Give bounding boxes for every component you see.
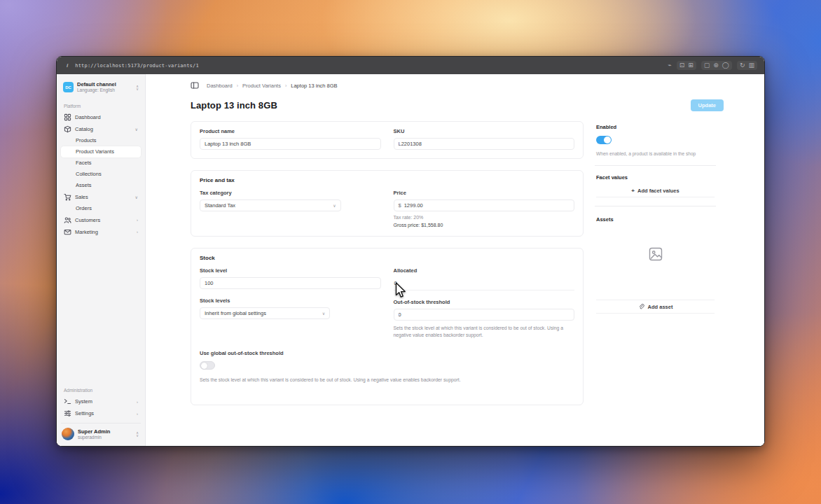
currency-prefix: $ (399, 202, 401, 209)
divider (595, 165, 716, 166)
tax-rate-note: Tax rate: 20% (394, 215, 575, 220)
sidebar-item-label: Catalog (75, 126, 93, 132)
chevron-right-icon: › (137, 218, 138, 222)
sidebar-item-label: Settings (75, 410, 94, 416)
page-content: Laptop 13 inch 8GB Update Product name (146, 92, 764, 446)
channel-badge: DC (63, 82, 74, 92)
mouse-cursor (393, 281, 408, 300)
sidebar-item-sales[interactable]: Sales ∨ (61, 191, 141, 203)
add-facet-values-button[interactable]: + Add facet values (596, 185, 715, 197)
sidebar-item-label: Customers (75, 217, 100, 223)
cart-icon (64, 193, 71, 201)
sync-icon[interactable]: ↻ (740, 62, 745, 69)
product-name-input[interactable] (200, 138, 381, 150)
sidebar-item-facets[interactable]: Facets (61, 158, 141, 169)
sku-label: SKU (394, 128, 575, 134)
extensions-icon[interactable]: ⊛ (713, 62, 719, 69)
breadcrumb-bar: Dashboard › Product Variants › Laptop 13… (146, 74, 764, 92)
breadcrumb: Dashboard › Product Variants › Laptop 13… (207, 83, 338, 89)
sidebar-item-label: System (75, 398, 92, 405)
admin-app: DC Default channel Language: English ∧∨ … (57, 74, 764, 446)
sidebar-item-orders[interactable]: Orders (61, 203, 141, 214)
enabled-section: Enabled When enabled, a product is avail… (595, 121, 716, 164)
profile-icon[interactable]: ⊡ (679, 62, 685, 69)
stock-heading: Stock (200, 255, 574, 261)
sliders-icon (64, 410, 71, 417)
asset-placeholder (596, 227, 715, 281)
stock-card: Stock Stock level Stock levels In (191, 248, 584, 405)
breadcrumb-item-dashboard[interactable]: Dashboard (207, 83, 233, 89)
stock-level-input[interactable] (200, 277, 381, 289)
view-icon-group: ↻▥ (737, 61, 757, 70)
price-input[interactable]: $ 1299.00 (394, 200, 575, 211)
admin-section-label: Administration (61, 384, 141, 396)
page-title: Laptop 13 inch 8GB (191, 100, 277, 111)
facet-values-section: Facet values + Add facet values (595, 167, 716, 204)
add-asset-button[interactable]: Add asset (596, 300, 715, 314)
breadcrumb-separator: › (285, 83, 287, 88)
breadcrumb-item-current: Laptop 13 inch 8GB (291, 83, 337, 89)
account-icon[interactable]: ◯ (722, 62, 729, 69)
chevron-down-icon: ∨ (322, 311, 325, 316)
gross-price-note: Gross price: $1,558.80 (394, 223, 575, 227)
threshold-label: Out-of-stock threshold (394, 299, 575, 305)
sidebar-item-settings[interactable]: Settings › (61, 407, 141, 419)
sidebar-item-system[interactable]: System › (61, 396, 141, 407)
enabled-toggle[interactable] (596, 136, 612, 144)
stock-levels-select[interactable]: Inherit from global settings ∨ (200, 307, 330, 319)
user-menu[interactable]: Super Admin superadmin ∧∨ (61, 423, 141, 442)
sidebar-toggle-icon[interactable] (191, 81, 199, 90)
breadcrumb-separator: › (237, 83, 238, 88)
allocated-label: Allocated (394, 267, 575, 274)
global-threshold-help: Sets the stock level at which this varia… (200, 377, 536, 384)
link-icon[interactable]: ⌁ (668, 62, 671, 69)
sidebar-item-assets[interactable]: Assets (61, 180, 141, 191)
sidebar-item-label: Sales (75, 194, 88, 200)
desktop-wallpaper: i http://localhost:5173/product-variants… (0, 0, 821, 504)
sidebar-item-collections[interactable]: Collections (61, 169, 141, 180)
dashboard-icon (64, 113, 71, 121)
chevron-up-down-icon: ∧∨ (136, 85, 139, 90)
threshold-help: Sets the stock level at which this varia… (394, 325, 575, 339)
chevron-right-icon: › (137, 230, 138, 234)
breadcrumb-item-product-variants[interactable]: Product Variants (242, 83, 281, 89)
enabled-heading: Enabled (596, 124, 715, 130)
global-threshold-label: Use global out-of-stock threshold (200, 350, 536, 356)
channel-name: Default channel (77, 81, 116, 88)
name-sku-card: Product name SKU (191, 121, 584, 159)
enabled-help: When enabled, a product is available in … (596, 150, 715, 157)
capture-icon-group: ⊡⊞ (677, 61, 696, 70)
sidebar: DC Default channel Language: English ∧∨ … (57, 74, 146, 446)
chevron-down-icon: ∨ (135, 195, 138, 200)
sidebar-item-product-variants[interactable]: Product Variants (61, 146, 141, 158)
sidebar-item-marketing[interactable]: Marketing › (61, 226, 141, 238)
update-button[interactable]: Update (691, 99, 724, 111)
channel-selector[interactable]: DC Default channel Language: English ∧∨ (61, 79, 141, 100)
sidebar-item-products[interactable]: Products (61, 135, 141, 146)
threshold-input[interactable] (394, 309, 575, 321)
platform-section-label: Platform (61, 100, 141, 111)
sidebar-item-customers[interactable]: Customers › (61, 214, 141, 226)
split-view-icon[interactable]: ▥ (748, 62, 754, 69)
url-bar[interactable]: http://localhost:5173/product-variants/1 (75, 63, 199, 69)
camera-icon[interactable]: ⊞ (688, 62, 694, 69)
chevron-down-icon: ∨ (135, 127, 138, 132)
sku-input[interactable] (394, 138, 575, 150)
chevron-up-down-icon: ∧∨ (136, 431, 139, 437)
browser-titlebar: i http://localhost:5173/product-variants… (57, 57, 764, 74)
main-area: Dashboard › Product Variants › Laptop 13… (146, 74, 764, 446)
mail-icon (64, 228, 71, 236)
tax-category-select[interactable]: Standard Tax ∨ (200, 200, 341, 211)
browser-window: i http://localhost:5173/product-variants… (56, 56, 765, 447)
window-icon[interactable]: ▢ (704, 62, 710, 69)
global-threshold-toggle[interactable] (200, 361, 215, 370)
sidebar-item-catalog[interactable]: Catalog ∨ (61, 123, 141, 135)
product-name-label: Product name (200, 128, 381, 134)
avatar (62, 428, 74, 440)
terminal-icon (64, 398, 71, 405)
price-tax-heading: Price and tax (200, 177, 574, 183)
sidebar-item-dashboard[interactable]: Dashboard (61, 111, 141, 123)
user-name: Super Admin (78, 428, 110, 435)
sidebar-item-label: Dashboard (75, 114, 101, 120)
browser-toolbar-icons: ⌁ ⊡⊞ ▢⊛◯ ↻▥ (668, 61, 757, 70)
